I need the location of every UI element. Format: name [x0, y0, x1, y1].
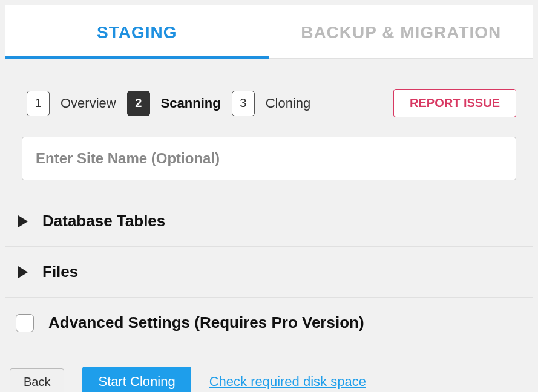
section-files[interactable]: Files — [5, 247, 533, 298]
actions-row: Back Start Cloning Check required disk s… — [5, 348, 533, 392]
step-2-number[interactable]: 2 — [127, 91, 150, 116]
section-advanced-settings[interactable]: Advanced Settings (Requires Pro Version) — [5, 298, 533, 348]
report-issue-button[interactable]: REPORT ISSUE — [393, 89, 516, 117]
step-3-label: Cloning — [266, 96, 311, 111]
section-advanced-label: Advanced Settings (Requires Pro Version) — [48, 313, 364, 332]
tab-backup-migration[interactable]: BACKUP & MIGRATION — [269, 5, 534, 58]
steps-row: 1 Overview 2 Scanning 3 Cloning REPORT I… — [5, 59, 533, 117]
section-database-tables[interactable]: Database Tables — [5, 196, 533, 247]
section-files-label: Files — [42, 263, 78, 281]
content-area: 1 Overview 2 Scanning 3 Cloning REPORT I… — [0, 59, 538, 392]
site-name-input[interactable] — [22, 137, 516, 180]
start-cloning-button[interactable]: Start Cloning — [82, 367, 191, 392]
chevron-right-icon — [18, 266, 28, 278]
section-database-tables-label: Database Tables — [42, 212, 165, 230]
step-1-label: Overview — [61, 96, 116, 111]
step-3-number[interactable]: 3 — [232, 91, 255, 116]
back-button[interactable]: Back — [10, 368, 64, 393]
check-disk-space-link[interactable]: Check required disk space — [209, 374, 366, 390]
advanced-checkbox[interactable] — [16, 314, 34, 332]
wizard-steps: 1 Overview 2 Scanning 3 Cloning — [27, 91, 310, 116]
step-2-label: Scanning — [161, 96, 221, 111]
main-tabs: STAGING BACKUP & MIGRATION — [5, 5, 533, 59]
chevron-right-icon — [18, 215, 28, 227]
tab-staging[interactable]: STAGING — [5, 5, 269, 58]
site-name-wrapper — [5, 117, 533, 180]
step-1-number[interactable]: 1 — [27, 91, 50, 116]
